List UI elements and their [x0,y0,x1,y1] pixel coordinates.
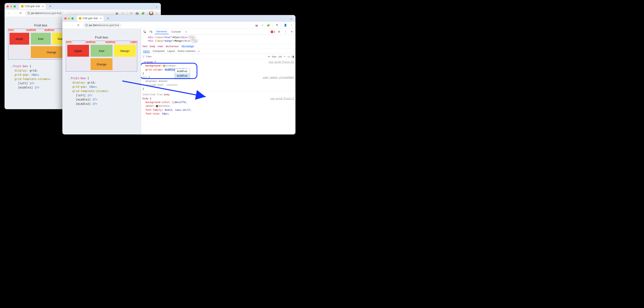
inspect-element-icon[interactable] [142,29,147,34]
grid-cell-apple: Apple [10,33,29,44]
tab-close-icon[interactable]: × [42,5,44,8]
grid-cell-kiwi: Kiwi [90,45,112,57]
address-bar[interactable]: ⓘ jec.fish/demo/css-grid-fruit [83,22,122,28]
subtab-events[interactable]: Event Listeners [178,50,196,53]
styles-filter-row: ▽ ✦ :hov .cls ＋ ▭ ◨ [141,54,296,59]
devtools-menu-icon[interactable]: ⋮ [283,29,288,34]
tab-list-dropdown[interactable]: ⌄ [289,16,294,20]
fruit-grid: Apple Kiwi Mango Orange [67,45,136,70]
install-app-icon[interactable]: ⬓ [254,23,259,28]
reload-button[interactable]: ⟳ [76,23,81,28]
device-mode-icon[interactable]: ▭ [288,55,290,58]
styles-pane[interactable]: .orange { css-grid-fruit:11 background: … [141,59,296,116]
dom-tree[interactable]: <div class="kiwi">Kiwi</div>flex <div cl… [141,35,296,44]
grid-cell-apple: Apple [67,45,89,57]
chrome-menu-icon[interactable]: ⋮ [289,23,294,28]
new-rule-icon[interactable]: ＋ [284,55,286,58]
favicon-icon [21,5,24,8]
subtab-more[interactable]: » [198,50,200,53]
tab-title: CSS grid- fruit [83,17,98,20]
error-count[interactable]: ✕1 [270,30,275,33]
url-host: jec.fish [89,24,97,27]
styles-subtabs[interactable]: Styles Computed Layout Event Listeners » [141,49,296,54]
grid-cell-kiwi: Kiwi [31,33,50,44]
url-path: /demo/css-grid-fruit [39,12,61,14]
settings-gear-icon[interactable]: ⚙ [276,29,282,34]
url-path: /demo/css-grid-fruit [97,24,119,27]
grid-line-label: right [130,40,138,44]
close-window-icon[interactable] [6,5,9,8]
profile-avatar[interactable] [149,11,153,16]
devtools-close-icon[interactable]: ✕ [289,29,294,34]
styles-filter-input[interactable] [146,55,266,58]
grid-line-label: left [8,28,14,32]
page-title: Fruit box [62,36,141,40]
autocomplete-popup[interactable]: middle1 middle2 [175,69,190,78]
reload-button[interactable]: ⟳ [18,11,23,16]
forward-button: → [12,11,17,16]
page-viewport: Fruit box left middle1 middle2 right App… [62,29,141,134]
profile-avatar[interactable]: 👤 [283,23,288,28]
tab-list-dropdown[interactable]: ⌄ [154,4,159,8]
browser-tab[interactable]: CSS grid- fruit × [77,16,104,21]
address-bar[interactable]: ⓘ jec.fish/demo/css-grid-fruit [25,10,64,16]
tab-elements[interactable]: Elements [155,29,168,34]
maximize-window-icon[interactable] [72,17,74,20]
traffic-lights[interactable] [64,17,74,20]
site-info-icon[interactable]: ⓘ [28,12,30,15]
extensions-icon[interactable]: 🧩 [266,23,271,28]
minimize-window-icon[interactable] [10,5,12,8]
grid-line-label: middle1 [85,40,96,44]
new-tab-button[interactable]: + [107,16,109,20]
grid-line-label: middle2 [105,40,116,44]
devtools-top-tabs: Elements Console » ✕1 ⚙ ⋮ ✕ [141,29,296,35]
subtab-styles[interactable]: Styles [143,50,150,53]
css-code-snippet: .fruit-box { display: grid; grid-gap: 10… [69,76,134,106]
url-host: jec.fish [31,12,39,14]
grid-overlay: left middle1 middle2 right Apple Kiwi Ma… [66,41,137,72]
browser-tab[interactable]: CSS grid- fruit × [19,4,46,9]
back-button: ← [64,23,69,28]
grid-cell-mango: Mango [114,45,136,57]
breadcrumb[interactable]: htmlbodymaindiv.fruit-boxdiv.orange [141,44,296,49]
cls-toggle[interactable]: .cls [278,55,282,58]
titlebar: CSS grid- fruit × + ⌄ [4,3,161,10]
bookmark-icon[interactable]: ☆ [260,23,265,28]
forward-button: → [70,23,75,28]
back-button[interactable]: ← [6,11,11,16]
browser-toolbar: ← → ⟳ ⓘ jec.fish/demo/css-grid-fruit ⬓ ☆… [62,22,296,29]
grid-line-label: middle2 [44,28,55,32]
subtab-layout[interactable]: Layout [167,50,175,53]
hov-toggle[interactable]: :hov [272,55,276,58]
devtools-panel: Elements Console » ✕1 ⚙ ⋮ ✕ <div class="… [141,29,296,134]
site-info-icon[interactable]: ⓘ [85,24,88,27]
autocomplete-item[interactable]: middle2 [175,74,190,78]
filter-icon: ▽ [142,55,144,58]
grid-line-label: left [65,40,72,44]
traffic-lights[interactable] [6,5,16,8]
tab-close-icon[interactable]: × [100,17,102,20]
device-toolbar-icon[interactable] [148,29,154,34]
autocomplete-item[interactable]: middle1 [175,69,190,74]
grid-line-label: middle1 [26,28,36,32]
minimize-window-icon[interactable] [68,17,70,20]
browser-window-after: CSS grid- fruit × + ⌄ ← → ⟳ ⓘ jec.fish/d… [62,15,296,134]
tab-title: CSS grid- fruit [25,5,40,8]
sidebar-toggle-icon[interactable]: ◨ [292,55,294,58]
subtab-computed[interactable]: Computed [152,50,164,53]
tab-console[interactable]: Console [170,30,182,34]
grid-cell-orange: Orange [90,58,112,70]
tab-more[interactable]: » [184,30,188,34]
css-code-snippet: .fruit-box { display: grid; grid-gap: 10… [11,64,70,90]
titlebar: CSS grid- fruit × + ⌄ [62,15,296,22]
labs-icon[interactable]: ⚗ [274,23,280,28]
new-tab-button[interactable]: + [49,4,52,8]
maximize-window-icon[interactable] [14,5,16,8]
ai-icon[interactable]: ✦ [268,55,270,58]
favicon-icon [79,17,82,20]
close-window-icon[interactable] [64,17,66,20]
